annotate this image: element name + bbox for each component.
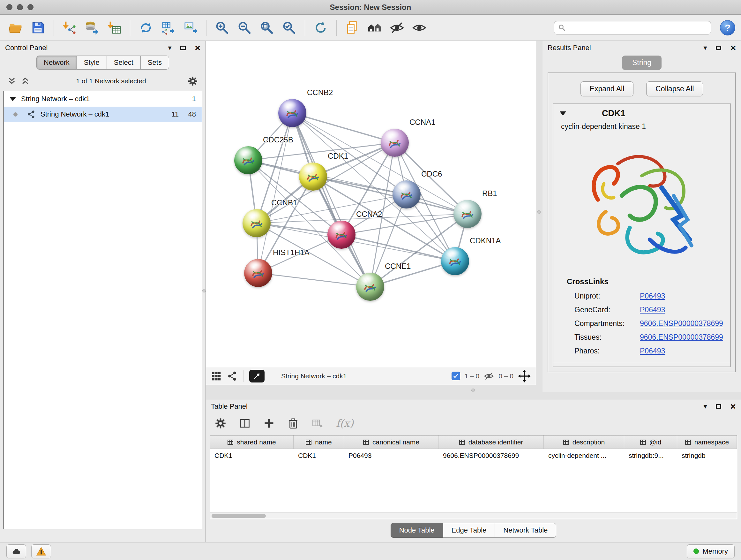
crosslink-link[interactable]: 9606.ENSP00000378699	[640, 319, 723, 328]
table-cell[interactable]: CDK1	[293, 452, 344, 459]
save-session-button[interactable]	[28, 17, 48, 38]
add-column-icon[interactable]	[263, 418, 275, 429]
network-node-cdk1[interactable]	[299, 163, 327, 191]
network-edge-CCNA2-CDKN1A[interactable]	[341, 235, 455, 261]
column-header-shared-name[interactable]: shared name	[210, 435, 293, 449]
collapse-all-icon[interactable]	[8, 77, 16, 85]
panel-close-icon[interactable]: ×	[730, 43, 736, 53]
network-node-ccnb2[interactable]	[278, 99, 307, 127]
tab-network[interactable]: Network	[37, 56, 77, 70]
network-canvas[interactable]: CCNB2CCNA1CDC25BCDK1CDC6RB1CCNB1CCNA2CDK…	[206, 41, 536, 367]
birds-eye-view-icon[interactable]	[211, 371, 221, 381]
panel-float-icon[interactable]	[716, 404, 721, 409]
network-node-ccnb1[interactable]	[243, 209, 271, 237]
minimize-window-button[interactable]	[17, 4, 23, 10]
panel-float-icon[interactable]	[716, 46, 721, 50]
network-node-rb1[interactable]	[454, 200, 482, 228]
network-edge-CCNB2-CCNA1[interactable]	[292, 113, 395, 143]
show-columns-icon[interactable]	[239, 418, 251, 429]
network-node-ccna2[interactable]	[327, 221, 355, 249]
expand-all-button[interactable]: Expand All	[581, 81, 634, 97]
expand-all-icon[interactable]	[21, 77, 29, 85]
tab-sets[interactable]: Sets	[141, 56, 169, 70]
open-external-icon[interactable]	[249, 370, 265, 382]
tab-node-table[interactable]: Node Table	[391, 523, 443, 538]
table-row[interactable]: CDK1CDK1P064939606.ENSP00000378699cyclin…	[210, 449, 737, 462]
scrollbar-thumb[interactable]	[212, 514, 266, 518]
network-node-hist1h1a[interactable]	[244, 259, 272, 287]
vertical-splitter[interactable]	[536, 41, 542, 392]
crosslink-link[interactable]: P06493	[640, 347, 665, 355]
tab-style[interactable]: Style	[77, 56, 107, 70]
selected-checkbox-icon[interactable]	[452, 372, 460, 380]
zoom-selected-button[interactable]	[279, 17, 299, 38]
new-network-button[interactable]	[136, 17, 156, 38]
hide-graphics-details-button[interactable]	[387, 17, 407, 38]
zoom-out-button[interactable]	[234, 17, 254, 38]
network-share-icon[interactable]	[227, 371, 238, 381]
import-network-database-button[interactable]	[82, 17, 102, 38]
panel-float-icon[interactable]	[180, 46, 186, 50]
table-cell[interactable]: P06493	[344, 452, 439, 459]
memory-button[interactable]: Memory	[687, 544, 735, 558]
collection-disclosure-icon[interactable]	[10, 97, 16, 101]
network-edge-CDK1-RB1[interactable]	[313, 177, 468, 214]
table-cell[interactable]: stringdb	[677, 452, 737, 459]
copy-document-button[interactable]	[342, 17, 362, 38]
column-header-namespace[interactable]: namespace	[677, 435, 737, 449]
delete-column-icon[interactable]	[287, 418, 299, 429]
network-edge-CCNB2-CCNE1[interactable]	[292, 113, 370, 287]
zoom-window-button[interactable]	[27, 4, 33, 10]
panel-menu-icon[interactable]: ▾	[168, 44, 172, 51]
table-cell[interactable]: CDK1	[210, 452, 293, 459]
network-collection-row[interactable]: String Network – cdk1 1	[4, 91, 202, 107]
network-edge-HIST1H1A-CCNE1[interactable]	[258, 273, 370, 287]
network-node-ccne1[interactable]	[356, 273, 384, 301]
tab-edge-table[interactable]: Edge Table	[443, 523, 495, 538]
collapse-all-button[interactable]: Collapse All	[646, 81, 703, 97]
open-session-button[interactable]	[6, 17, 25, 38]
tab-select[interactable]: Select	[107, 56, 141, 70]
column-header-name[interactable]: name	[293, 435, 344, 449]
search-input[interactable]	[569, 24, 707, 32]
network-node-ccna1[interactable]	[381, 129, 409, 157]
crosslink-link[interactable]: 9606.ENSP00000378699	[640, 333, 723, 341]
cloud-status-button[interactable]	[6, 544, 26, 558]
export-image-button[interactable]	[181, 17, 200, 38]
crosslink-link[interactable]: P06493	[640, 292, 665, 300]
close-window-button[interactable]	[6, 4, 12, 10]
table-cell[interactable]: 9606.ENSP00000378699	[439, 452, 544, 459]
network-node-cdc25b[interactable]	[234, 146, 262, 174]
tab-network-table[interactable]: Network Table	[495, 523, 556, 538]
zoom-fit-button[interactable]	[257, 17, 277, 38]
refresh-layout-button[interactable]	[311, 17, 331, 38]
network-row[interactable]: String Network – cdk1 11 48	[4, 107, 202, 122]
column-header-canonical-name[interactable]: canonical name	[344, 435, 439, 449]
pan-crosshair-icon[interactable]	[518, 370, 531, 382]
horizontal-splitter-handle[interactable]	[471, 388, 475, 392]
column-header--id[interactable]: @id	[624, 435, 677, 449]
crosslink-link[interactable]: P06493	[640, 306, 665, 314]
network-options-gear-icon[interactable]	[188, 76, 198, 86]
network-node-cdc6[interactable]	[393, 180, 421, 208]
network-overview-button[interactable]	[365, 17, 385, 38]
right-splitter-handle[interactable]	[537, 210, 541, 213]
network-node-cdkn1a[interactable]	[441, 247, 469, 275]
table-horizontal-scrollbar[interactable]	[210, 512, 737, 519]
table-settings-gear-icon[interactable]	[215, 418, 226, 429]
zoom-in-button[interactable]	[212, 17, 232, 38]
warnings-button[interactable]	[31, 544, 51, 558]
import-network-file-button[interactable]	[60, 17, 79, 38]
hidden-eye-slash-icon[interactable]	[484, 371, 494, 381]
column-header-database-identifier[interactable]: database identifier	[439, 435, 544, 449]
left-splitter-handle[interactable]	[202, 289, 206, 293]
panel-close-icon[interactable]: ×	[730, 401, 736, 411]
gene-disclosure-icon[interactable]	[560, 111, 566, 116]
import-table-file-button[interactable]	[105, 17, 124, 38]
show-graphics-details-button[interactable]	[409, 17, 429, 38]
network-from-table-button[interactable]	[158, 17, 178, 38]
panel-close-icon[interactable]: ×	[195, 43, 200, 53]
panel-menu-icon[interactable]: ▾	[703, 44, 707, 51]
help-button[interactable]: ?	[720, 20, 735, 36]
table-cell[interactable]: cyclin-dependent ...	[544, 452, 624, 459]
